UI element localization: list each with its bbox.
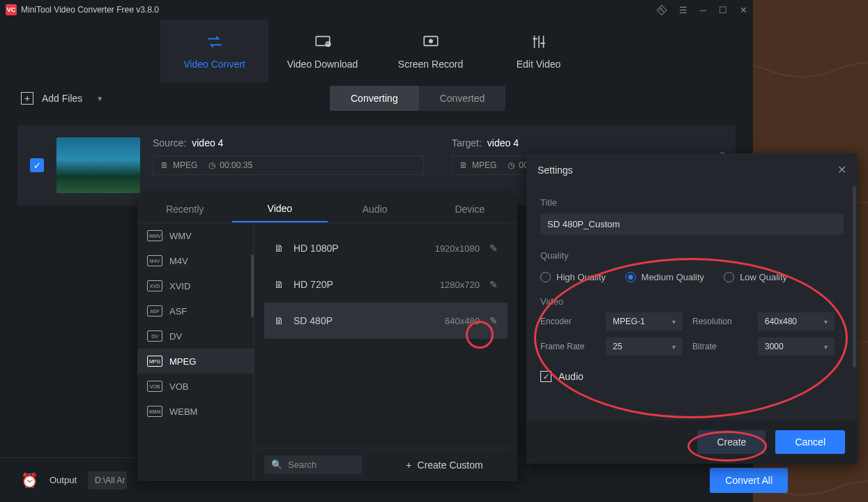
cancel-button[interactable]: Cancel bbox=[775, 430, 845, 454]
app-title: MiniTool Video Converter Free v3.8.0 bbox=[21, 5, 159, 15]
output-path[interactable]: D:\All Ar bbox=[88, 471, 127, 489]
record-icon bbox=[422, 32, 440, 52]
format-item-asf[interactable]: ASFASF bbox=[137, 298, 254, 324]
resolution-label: Resolution bbox=[692, 317, 748, 326]
tab-label: Edit Video bbox=[517, 59, 561, 70]
close-icon[interactable]: ✕ bbox=[837, 163, 846, 176]
format-icon: ASF bbox=[147, 305, 162, 317]
format-item-wmv[interactable]: WMVWMV bbox=[137, 223, 254, 248]
format-icon: DV bbox=[147, 330, 162, 342]
format-item-vob[interactable]: VOBVOB bbox=[137, 374, 254, 399]
settings-title: Settings bbox=[538, 165, 573, 176]
search-icon: 🔍 bbox=[271, 459, 282, 470]
tab-video-convert[interactable]: Video Convert bbox=[160, 20, 268, 82]
output-label: Output bbox=[50, 475, 77, 485]
file-checkbox[interactable]: ✓ bbox=[30, 158, 44, 172]
add-files-button[interactable]: + Add Files ▼ bbox=[21, 92, 103, 105]
format-icon: WBM bbox=[147, 406, 162, 417]
play-file-icon: 🗎 bbox=[274, 315, 284, 326]
tab-video-download[interactable]: Video Download bbox=[268, 20, 376, 82]
preset-resolution: 1920x1080 bbox=[417, 243, 480, 254]
chevron-down-icon[interactable]: ▼ bbox=[96, 95, 103, 102]
converted-tab[interactable]: Converted bbox=[419, 86, 506, 111]
fp-tab-recently[interactable]: Recently bbox=[137, 195, 232, 222]
tab-label: Video Download bbox=[287, 59, 358, 70]
clock-icon[interactable]: ⏰ bbox=[21, 472, 38, 489]
format-item-dv[interactable]: DVDV bbox=[137, 324, 254, 349]
converting-tab[interactable]: Converting bbox=[330, 86, 419, 111]
format-icon: XVD bbox=[147, 280, 162, 291]
quality-low[interactable]: Low Quality bbox=[724, 272, 787, 282]
framerate-label: Frame Rate bbox=[540, 342, 596, 351]
scrollbar[interactable] bbox=[251, 254, 254, 317]
file-thumbnail bbox=[56, 137, 140, 193]
plus-icon: + bbox=[406, 459, 411, 471]
plus-icon: + bbox=[21, 92, 33, 105]
resolution-select[interactable]: 640x480 bbox=[758, 312, 835, 330]
format-item-xvid[interactable]: XVDXVID bbox=[137, 273, 254, 298]
search-input[interactable]: 🔍Search bbox=[264, 455, 362, 474]
format-item-m4v[interactable]: M4VM4V bbox=[137, 248, 254, 273]
encoder-label: Encoder bbox=[540, 317, 596, 326]
create-button[interactable]: Create bbox=[697, 430, 766, 454]
menu-icon[interactable]: ☰ bbox=[679, 5, 687, 15]
preset-name: HD 1080P bbox=[294, 243, 407, 254]
convert-icon bbox=[206, 32, 224, 52]
tab-edit-video[interactable]: Edit Video bbox=[485, 20, 593, 82]
maximize-icon[interactable]: ☐ bbox=[719, 5, 727, 15]
tab-label: Video Convert bbox=[183, 59, 245, 70]
bitrate-label: Bitrate bbox=[692, 342, 748, 351]
preset-resolution: 640x480 bbox=[417, 316, 480, 326]
clock-icon: ◷ bbox=[208, 160, 215, 170]
preset-name: SD 480P bbox=[294, 315, 407, 326]
preset-resolution: 1280x720 bbox=[417, 280, 480, 290]
quality-label: Quality bbox=[540, 250, 844, 261]
source-meta: 🗎MPEG ◷00:00:35 bbox=[153, 155, 424, 175]
format-item-mpeg[interactable]: MPGMPEG bbox=[137, 349, 254, 374]
encoder-select[interactable]: MPEG-1 bbox=[606, 312, 683, 330]
key-icon[interactable]: ⚿ bbox=[655, 3, 669, 17]
preset-720p[interactable]: 🗎 HD 720P 1280x720 ✎ bbox=[264, 266, 508, 303]
close-icon[interactable]: ✕ bbox=[740, 5, 747, 15]
format-icon: WMV bbox=[147, 230, 162, 241]
main-tabs: Video Convert Video Download Screen Reco… bbox=[0, 20, 753, 82]
fp-tab-video[interactable]: Video bbox=[232, 195, 327, 222]
settings-panel: Settings ✕ Title Quality High Quality Me… bbox=[526, 153, 858, 464]
app-logo-icon: VC bbox=[6, 4, 17, 15]
fp-tab-audio[interactable]: Audio bbox=[328, 195, 422, 222]
create-custom-button[interactable]: +Create Custom bbox=[372, 448, 517, 481]
format-icon: M4V bbox=[147, 255, 162, 266]
quality-medium[interactable]: Medium Quality bbox=[625, 272, 704, 282]
format-item-webm[interactable]: WBMWEBM bbox=[137, 399, 254, 424]
preset-480p[interactable]: 🗎 SD 480P 640x480 ✎ bbox=[264, 303, 508, 339]
view-switcher: Converting Converted bbox=[330, 86, 505, 111]
edit-icon[interactable]: ✎ bbox=[489, 243, 498, 254]
tab-screen-record[interactable]: Screen Record bbox=[376, 20, 485, 82]
format-icon: VOB bbox=[147, 381, 162, 392]
preset-1080p[interactable]: 🗎 HD 1080P 1920x1080 ✎ bbox=[264, 230, 508, 266]
target-label: Target:video 4 bbox=[452, 137, 723, 149]
clock-icon: ◷ bbox=[508, 160, 515, 170]
toolbar: + Add Files ▼ Converting Converted bbox=[0, 82, 753, 114]
format-panel: Recently Video Audio Device WMVWMV M4VM4… bbox=[137, 195, 517, 481]
file-icon: 🗎 bbox=[160, 160, 169, 170]
fp-tab-device[interactable]: Device bbox=[422, 195, 517, 222]
audio-checkbox[interactable]: ✓ bbox=[540, 371, 551, 382]
convert-all-button[interactable]: Convert All bbox=[710, 468, 788, 493]
edit-icon bbox=[530, 32, 548, 52]
audio-label: Audio bbox=[558, 371, 584, 382]
title-input[interactable] bbox=[540, 213, 844, 235]
add-files-label: Add Files bbox=[42, 93, 82, 104]
play-file-icon: 🗎 bbox=[274, 279, 284, 290]
format-icon: MPG bbox=[147, 356, 162, 367]
bitrate-select[interactable]: 3000 bbox=[758, 337, 835, 356]
scrollbar[interactable] bbox=[853, 186, 856, 367]
quality-high[interactable]: High Quality bbox=[540, 272, 606, 282]
framerate-select[interactable]: 25 bbox=[606, 337, 683, 356]
minimize-icon[interactable]: ─ bbox=[700, 5, 706, 15]
video-section-label: Video bbox=[540, 296, 844, 307]
svg-point-3 bbox=[429, 40, 432, 43]
download-icon bbox=[314, 32, 332, 52]
edit-icon[interactable]: ✎ bbox=[489, 279, 498, 290]
edit-icon[interactable]: ✎ bbox=[489, 315, 498, 326]
